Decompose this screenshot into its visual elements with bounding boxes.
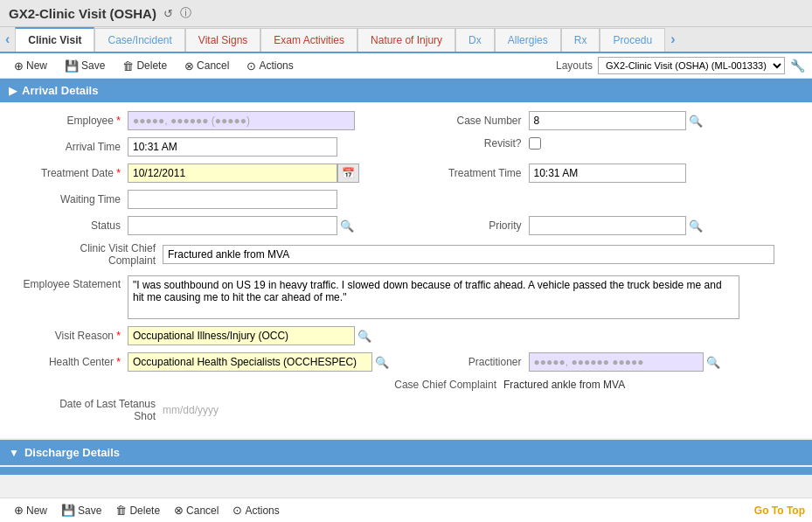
row-waiting-time: Waiting Time: [14, 190, 798, 209]
tab-vital-signs[interactable]: Vital Signs: [185, 28, 260, 52]
bottom-cancel-button[interactable]: ⊗ Cancel: [167, 502, 226, 519]
tetanus-placeholder: mm/dd/yyyy: [163, 404, 219, 416]
delete-button[interactable]: 🗑 Delete: [115, 58, 174, 74]
case-chief-complaint-label: Case Chief Complaint: [390, 379, 503, 391]
row-case-chief-complaint: Case Chief Complaint Fractured ankle fro…: [14, 379, 798, 391]
treatment-time-label: Treatment Time: [415, 167, 529, 179]
case-number-input[interactable]: [529, 111, 686, 130]
employee-statement-label: Employee Statement: [14, 275, 128, 290]
employee-label: Employee: [14, 115, 128, 127]
page-title: GX2-Clinic Visit (OSHA): [9, 6, 156, 21]
health-center-input[interactable]: [128, 352, 372, 372]
tab-exam-activities[interactable]: Exam Activities: [260, 28, 357, 52]
save-button[interactable]: 💾 Save: [58, 58, 112, 74]
employee-input[interactable]: [128, 111, 355, 130]
cancel-icon: ⊗: [184, 59, 194, 73]
layouts-label: Layouts: [556, 59, 593, 72]
col-treatment-date: Treatment Date 📅: [14, 164, 398, 183]
chief-complaint-input[interactable]: [163, 245, 774, 264]
col-arrival-time: Arrival Time: [14, 137, 398, 157]
info-icon[interactable]: ⓘ: [180, 5, 191, 21]
tab-prev-btn[interactable]: ‹: [0, 28, 15, 51]
discharge-details-section[interactable]: ▼ Discharge Details: [0, 440, 812, 465]
arrival-details-form: Employee Case Number 🔍 Arrival Time Revi…: [0, 102, 812, 438]
tab-bar: ‹ Clinic Visit Case/Incident Vital Signs…: [0, 27, 812, 53]
discharge-toggle-icon: ▼: [9, 447, 19, 459]
top-toolbar: ⊕ New 💾 Save 🗑 Delete ⊗ Cancel ⊙ Actions…: [0, 53, 812, 79]
go-to-top-link[interactable]: Go To Top: [754, 505, 805, 517]
main-content: ▶ Arrival Details Employee Case Number 🔍…: [0, 79, 812, 475]
cancel-button[interactable]: ⊗ Cancel: [177, 58, 236, 74]
bottom-actions-icon: ⊙: [232, 504, 242, 517]
visit-reason-search-btn[interactable]: 🔍: [355, 330, 374, 343]
practitioner-label: Practitioner: [415, 356, 529, 368]
treatment-time-input[interactable]: [529, 164, 686, 183]
row-tetanus: Date of Last TetanusShot mm/dd/yyyy: [14, 398, 798, 422]
new-button[interactable]: ⊕ New: [7, 58, 54, 74]
col-employee-statement: Employee Statement: [14, 274, 798, 319]
vitals-toggle-icon: ▼: [9, 474, 19, 476]
bottom-delete-button[interactable]: 🗑 Delete: [108, 502, 167, 519]
bottom-new-button[interactable]: ⊕ New: [7, 502, 54, 519]
health-center-search-btn[interactable]: 🔍: [372, 356, 392, 369]
wrench-icon[interactable]: 🔧: [790, 59, 805, 73]
waiting-time-input[interactable]: [128, 190, 337, 209]
col-waiting-time: Waiting Time: [14, 190, 798, 209]
bottom-save-icon: 💾: [61, 504, 75, 517]
tab-clinic-visit[interactable]: Clinic Visit: [15, 27, 94, 52]
row-visit-reason: Visit Reason 🔍: [14, 326, 798, 345]
tab-case-incident[interactable]: Case/Incident: [94, 28, 184, 52]
actions-icon: ⊙: [246, 59, 256, 73]
treatment-date-label: Treatment Date: [14, 167, 128, 179]
row-status: Status 🔍 Priority 🔍: [14, 216, 798, 235]
priority-input[interactable]: [529, 216, 686, 235]
status-input[interactable]: [128, 216, 337, 235]
calendar-btn[interactable]: 📅: [337, 164, 359, 183]
practitioner-search-btn[interactable]: 🔍: [704, 356, 723, 369]
actions-button[interactable]: ⊙ Actions: [239, 58, 300, 74]
refresh-icon[interactable]: ↺: [163, 7, 173, 20]
health-center-label: Health Center: [14, 356, 128, 368]
row-health-center: Health Center 🔍 Practitioner 🔍: [14, 352, 798, 372]
employee-statement-textarea[interactable]: [128, 275, 739, 319]
new-icon: ⊕: [14, 59, 24, 73]
col-practitioner: Practitioner 🔍: [398, 352, 799, 372]
bottom-cancel-icon: ⊗: [174, 504, 184, 517]
row-treatment-date: Treatment Date 📅 Treatment Time: [14, 164, 798, 183]
priority-search-btn[interactable]: 🔍: [686, 219, 705, 233]
col-treatment-time: Treatment Time: [398, 164, 799, 183]
waiting-time-label: Waiting Time: [14, 193, 128, 205]
tab-procedu[interactable]: Procedu: [600, 28, 665, 52]
treatment-date-input[interactable]: [128, 164, 337, 183]
col-employee: Employee: [14, 111, 398, 130]
visit-reason-input[interactable]: [128, 326, 355, 345]
tab-nature-of-injury[interactable]: Nature of Injury: [357, 28, 455, 52]
col-health-center: Health Center 🔍: [14, 352, 398, 372]
tab-allergies[interactable]: Allergies: [495, 28, 561, 52]
bottom-save-button[interactable]: 💾 Save: [54, 502, 108, 519]
row-chief-complaint: Clinic Visit ChiefComplaint: [14, 242, 798, 267]
arrival-details-header[interactable]: ▶ Arrival Details: [0, 79, 812, 102]
layouts-select[interactable]: GX2-Clinic Visit (OSHA) (ML-001333): [598, 57, 785, 74]
visit-reason-label: Visit Reason: [14, 330, 128, 342]
priority-label: Priority: [415, 219, 529, 232]
revisit-checkbox[interactable]: [529, 137, 541, 150]
arrival-toggle-icon: ▶: [9, 85, 17, 97]
tab-dx[interactable]: Dx: [455, 28, 495, 52]
bottom-toolbar: ⊕ New 💾 Save 🗑 Delete ⊗ Cancel ⊙ Actions…: [0, 498, 812, 522]
discharge-details-title: Discharge Details: [24, 446, 120, 459]
status-search-btn[interactable]: 🔍: [337, 219, 357, 233]
delete-icon: 🗑: [122, 59, 134, 73]
vitals-statistics-section[interactable]: ▼ Vitals Statistics: [0, 467, 812, 475]
bottom-new-icon: ⊕: [14, 504, 24, 517]
case-number-search-btn[interactable]: 🔍: [686, 115, 705, 128]
arrival-time-input[interactable]: [128, 137, 337, 157]
col-case-chief: Case Chief Complaint Fractured ankle fro…: [14, 379, 798, 391]
revisit-label: Revisit?: [415, 137, 529, 150]
arrival-time-label: Arrival Time: [14, 141, 128, 153]
tab-rx[interactable]: Rx: [561, 28, 600, 52]
tab-next-btn[interactable]: ›: [665, 28, 680, 51]
practitioner-input[interactable]: [529, 352, 704, 372]
case-chief-complaint-value: Fractured ankle from MVA: [503, 379, 625, 391]
bottom-actions-button[interactable]: ⊙ Actions: [226, 502, 286, 519]
